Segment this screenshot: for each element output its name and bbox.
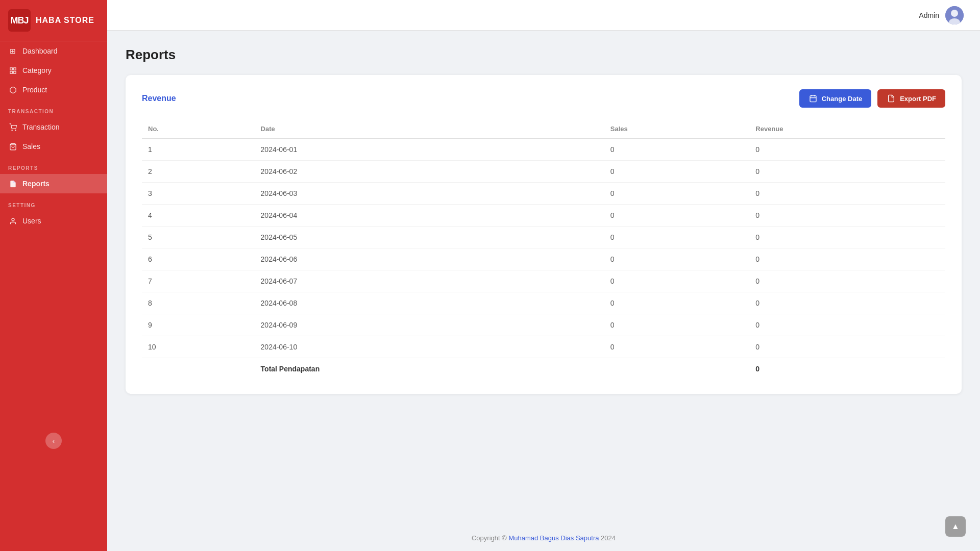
sidebar-item-sales[interactable]: Sales (0, 137, 107, 156)
cell-sales: 0 (604, 183, 750, 205)
admin-label: Admin (919, 11, 939, 19)
sales-icon (8, 142, 17, 151)
sidebar-collapse-button[interactable]: ‹ (45, 433, 62, 449)
cell-revenue: 0 (749, 205, 945, 227)
brand-name: HABA STORE (36, 16, 94, 25)
change-date-label: Change Date (822, 95, 862, 103)
cell-date: 2024-06-06 (255, 248, 604, 270)
export-pdf-button[interactable]: Export PDF (877, 89, 945, 108)
cell-sales: 0 (604, 314, 750, 336)
footer-year: 2024 (601, 534, 616, 542)
revenue-tab[interactable]: Revenue (142, 94, 176, 103)
transaction-section-label: TRANSACTION (0, 99, 107, 117)
sidebar-item-label: Category (22, 66, 52, 74)
reports-icon (8, 179, 17, 188)
svg-point-5 (15, 130, 15, 130)
users-icon (8, 216, 17, 226)
col-sales: Sales (604, 120, 750, 138)
sidebar-item-label: Dashboard (22, 47, 58, 55)
table-row: 4 2024-06-04 0 0 (142, 205, 945, 227)
table-row: 9 2024-06-09 0 0 (142, 314, 945, 336)
sidebar-item-category[interactable]: Category (0, 61, 107, 80)
table-row: 10 2024-06-10 0 0 (142, 336, 945, 358)
cell-revenue: 0 (749, 138, 945, 161)
cell-no: 1 (142, 138, 255, 161)
col-date: Date (255, 120, 604, 138)
cell-date: 2024-06-01 (255, 138, 604, 161)
export-pdf-label: Export PDF (900, 95, 936, 103)
sidebar-item-label: Reports (22, 180, 50, 188)
sidebar-item-transaction[interactable]: Transaction (0, 117, 107, 137)
cell-date: 2024-06-10 (255, 336, 604, 358)
cell-sales: 0 (604, 292, 750, 314)
pdf-icon (887, 94, 896, 103)
scroll-top-icon: ▲ (951, 522, 960, 531)
svg-rect-11 (810, 96, 816, 102)
avatar (945, 6, 964, 24)
scroll-top-button[interactable]: ▲ (945, 516, 966, 537)
cell-date: 2024-06-03 (255, 183, 604, 205)
setting-section-label: SETTING (0, 193, 107, 211)
cell-no: 2 (142, 161, 255, 183)
footer-link[interactable]: Muhamad Bagus Dias Saputra (508, 534, 601, 542)
cell-sales: 0 (604, 270, 750, 292)
topbar: Admin (107, 0, 980, 31)
cell-date: 2024-06-05 (255, 227, 604, 248)
cell-no: 5 (142, 227, 255, 248)
cell-date: 2024-06-02 (255, 161, 604, 183)
sidebar-item-product[interactable]: Product (0, 80, 107, 99)
cell-sales: 0 (604, 227, 750, 248)
main-content: Admin Reports Revenue Change Date (107, 0, 980, 551)
card-actions: Change Date Export PDF (799, 89, 945, 108)
reports-table: No. Date Sales Revenue 1 2024-06-01 0 0 … (142, 120, 945, 380)
sidebar-item-reports[interactable]: Reports (0, 174, 107, 193)
cell-sales: 0 (604, 336, 750, 358)
svg-rect-1 (13, 67, 15, 69)
svg-rect-2 (13, 71, 15, 73)
cell-revenue: 0 (749, 227, 945, 248)
footer: Copyright © Muhamad Bagus Dias Saputra 2… (107, 525, 980, 551)
cell-sales: 0 (604, 248, 750, 270)
dashboard-icon: ⊞ (8, 46, 17, 56)
calendar-icon (808, 94, 818, 103)
cell-no: 9 (142, 314, 255, 336)
total-revenue: 0 (749, 358, 945, 380)
page-title: Reports (126, 47, 962, 63)
cell-date: 2024-06-04 (255, 205, 604, 227)
change-date-button[interactable]: Change Date (799, 89, 871, 108)
table-row: 2 2024-06-02 0 0 (142, 161, 945, 183)
table-row: 5 2024-06-05 0 0 (142, 227, 945, 248)
svg-point-9 (951, 10, 958, 17)
cell-revenue: 0 (749, 183, 945, 205)
svg-point-4 (12, 130, 12, 130)
total-row: Total Pendapatan 0 (142, 358, 945, 380)
sidebar-item-dashboard[interactable]: ⊞ Dashboard (0, 41, 107, 61)
total-no (142, 358, 255, 380)
cell-revenue: 0 (749, 292, 945, 314)
svg-point-7 (12, 218, 14, 220)
sidebar-item-label: Users (22, 217, 41, 225)
sidebar-header: MBJ HABA STORE (0, 0, 107, 41)
col-no: No. (142, 120, 255, 138)
page-content: Reports Revenue Change Date Exp (107, 31, 980, 525)
cell-revenue: 0 (749, 270, 945, 292)
sidebar: MBJ HABA STORE ⊞ Dashboard Category Prod… (0, 0, 107, 551)
cell-revenue: 0 (749, 336, 945, 358)
svg-rect-0 (10, 67, 12, 69)
cell-revenue: 0 (749, 161, 945, 183)
cell-sales: 0 (604, 161, 750, 183)
cell-no: 3 (142, 183, 255, 205)
cell-revenue: 0 (749, 248, 945, 270)
sidebar-item-label: Product (22, 86, 47, 94)
table-row: 3 2024-06-03 0 0 (142, 183, 945, 205)
cell-sales: 0 (604, 205, 750, 227)
sidebar-item-label: Sales (22, 142, 40, 151)
sidebar-item-users[interactable]: Users (0, 211, 107, 231)
cell-date: 2024-06-08 (255, 292, 604, 314)
product-icon (8, 85, 17, 94)
cell-no: 4 (142, 205, 255, 227)
total-label: Total Pendapatan (255, 358, 604, 380)
table-row: 7 2024-06-07 0 0 (142, 270, 945, 292)
cell-no: 8 (142, 292, 255, 314)
cell-date: 2024-06-09 (255, 314, 604, 336)
